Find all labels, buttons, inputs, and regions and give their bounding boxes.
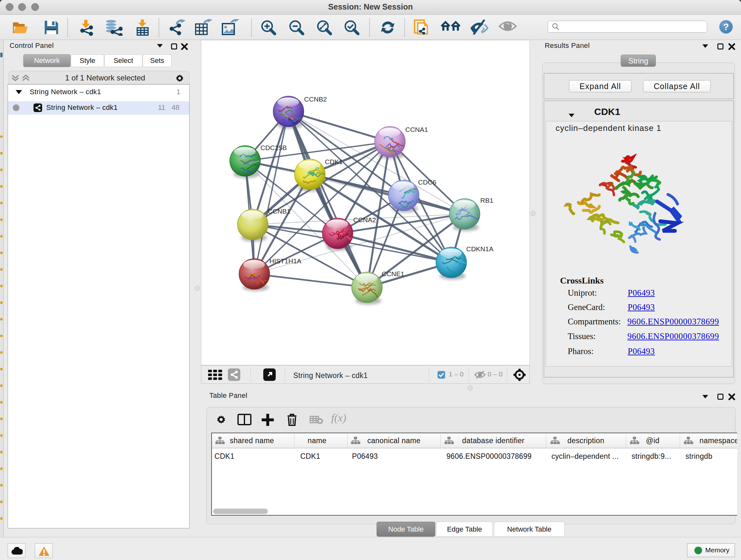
svg-text:RB1: RB1 [480,197,493,204]
svg-text:CDC6: CDC6 [418,179,436,186]
svg-text:CCNB1: CCNB1 [268,207,290,215]
svg-text:HIST1H1A: HIST1H1A [269,257,301,265]
svg-text:CCNA2: CCNA2 [353,216,376,224]
svg-text:CCNE1: CCNE1 [382,270,404,277]
svg-text:CDK1: CDK1 [325,158,343,165]
svg-text:CCNA1: CCNA1 [405,126,428,133]
svg-text:CCNB2: CCNB2 [304,96,327,103]
svg-text:CDC25B: CDC25B [260,144,287,151]
svg-text:CDKN1A: CDKN1A [466,245,493,253]
